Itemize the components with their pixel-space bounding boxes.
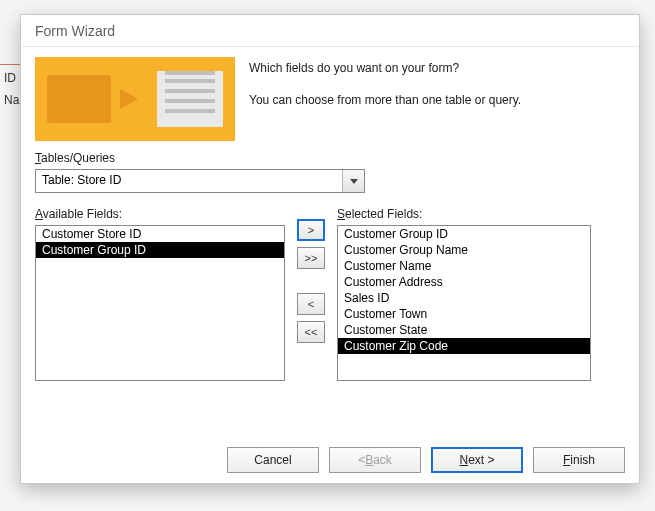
dropdown-toggle[interactable] (342, 170, 364, 192)
tables-queries-label: Tables/Queries (35, 151, 625, 165)
cancel-button[interactable]: Cancel (227, 447, 319, 473)
back-button[interactable]: < Back (329, 447, 421, 473)
available-field-item[interactable]: Customer Group ID (36, 242, 284, 258)
dialog-title: Form Wizard (21, 15, 639, 47)
chevron-down-icon (350, 179, 358, 184)
available-fields-list[interactable]: Customer Store IDCustomer Group ID (35, 225, 285, 381)
add-all-fields-button[interactable]: >> (297, 247, 325, 269)
finish-button[interactable]: Finish (533, 447, 625, 473)
next-button[interactable]: Next > (431, 447, 523, 473)
remove-field-button[interactable]: < (297, 293, 325, 315)
selected-field-item[interactable]: Customer Group ID (338, 226, 590, 242)
selected-field-item[interactable]: Customer Name (338, 258, 590, 274)
intro-text: Which fields do you want on your form? Y… (249, 57, 521, 141)
add-field-button[interactable]: > (297, 219, 325, 241)
wizard-illustration (35, 57, 235, 141)
intro-line-2: You can choose from more than one table … (249, 93, 521, 107)
remove-all-fields-button[interactable]: << (297, 321, 325, 343)
tables-queries-dropdown[interactable]: Table: Store ID (35, 169, 365, 193)
available-field-item[interactable]: Customer Store ID (36, 226, 284, 242)
selected-field-item[interactable]: Customer Town (338, 306, 590, 322)
selected-field-item[interactable]: Customer Address (338, 274, 590, 290)
selected-field-item[interactable]: Customer Group Name (338, 242, 590, 258)
selected-field-item[interactable]: Customer Zip Code (338, 338, 590, 354)
intro-line-1: Which fields do you want on your form? (249, 61, 521, 75)
available-fields-label: Available Fields: (35, 207, 285, 221)
move-buttons: > >> < << (297, 205, 325, 381)
selected-field-item[interactable]: Sales ID (338, 290, 590, 306)
wizard-footer: Cancel < Back Next > Finish (227, 447, 625, 473)
selected-fields-list[interactable]: Customer Group IDCustomer Group NameCust… (337, 225, 591, 381)
selected-field-item[interactable]: Customer State (338, 322, 590, 338)
tables-queries-value: Table: Store ID (36, 170, 342, 192)
selected-fields-label: Selected Fields: (337, 207, 591, 221)
form-wizard-dialog: Form Wizard Which fields do you want on … (20, 14, 640, 484)
